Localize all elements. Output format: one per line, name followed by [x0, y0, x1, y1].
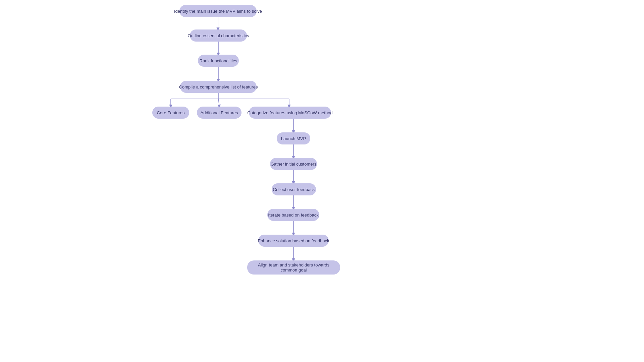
node-collect[interactable]: Collect user feedback [272, 183, 316, 195]
node-enhance[interactable]: Enhance solution based on feedback [258, 235, 329, 247]
node-align[interactable]: Align team and stakeholders towards comm… [247, 260, 340, 275]
node-core[interactable]: Core Features [152, 107, 189, 119]
connectors-svg [0, 0, 644, 362]
node-additional[interactable]: Additional Features [197, 107, 241, 119]
node-outline[interactable]: Outline essential characteristics [190, 29, 247, 42]
node-categorize[interactable]: Categorize features using MoSCoW method [249, 107, 331, 119]
diagram-container: Identify the main issue the MVP aims to … [0, 0, 644, 362]
node-identify[interactable]: Identify the main issue the MVP aims to … [179, 5, 257, 17]
svg-line-6 [218, 99, 219, 107]
node-rank[interactable]: Rank functionalities [198, 55, 239, 67]
node-compile[interactable]: Compile a comprehensive list of features [180, 81, 257, 93]
node-launch[interactable]: Launch MVP [277, 132, 310, 144]
node-gather[interactable]: Gather initial customers [270, 158, 317, 170]
node-iterate[interactable]: Iterate based on feedback [267, 209, 319, 221]
